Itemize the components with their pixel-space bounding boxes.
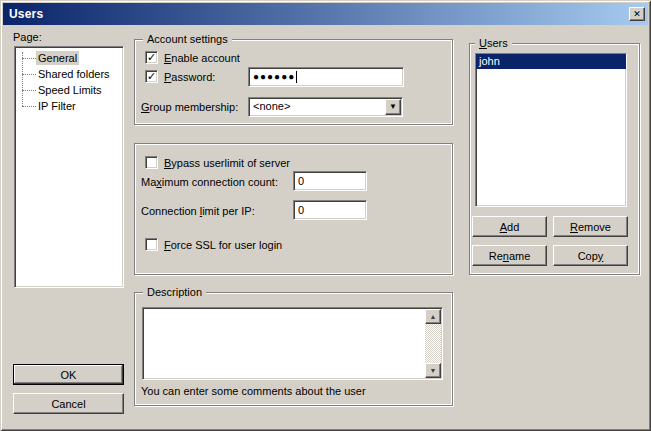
users-group-title: Users [475,37,512,50]
password-checkbox[interactable]: ✓ Password: [145,70,215,83]
add-button-label: Add [500,221,520,233]
chevron-down-icon: ▼ [389,103,397,111]
page-label: Page: [13,31,42,43]
description-title: Description [143,286,206,299]
copy-button[interactable]: Copy [553,245,628,266]
arrow-up-icon: ▲ [430,313,437,320]
arrow-down-icon: ▼ [430,367,437,374]
tree-item-label: IP Filter [36,99,78,113]
checkbox-box[interactable]: ✓ [145,238,158,251]
account-settings-title: Account settings [143,33,232,46]
tree-dash-icon [22,90,36,91]
remove-button[interactable]: Remove [553,216,628,237]
password-masked-value: ●●●●●● [253,71,295,83]
checkmark-icon: ✓ [147,52,156,63]
tree-item-shared-folders[interactable]: Shared folders [17,66,121,82]
tree-item-label: Speed Limits [36,83,104,97]
close-button[interactable]: ✕ [629,7,645,21]
password-label: Password: [164,71,215,83]
scroll-up-button[interactable]: ▲ [425,309,441,324]
tree-item-ip-filter[interactable]: IP Filter [17,98,121,114]
force-ssl-checkbox[interactable]: ✓ Force SSL for user login [145,238,282,251]
ok-button[interactable]: OK [13,364,124,385]
scroll-down-button[interactable]: ▼ [425,363,441,378]
tree-item-label: General [36,51,79,65]
group-membership-select[interactable]: <none> ▼ [248,97,403,117]
user-item-label: john [479,55,500,67]
tree-item-label: Shared folders [36,67,112,81]
enable-account-checkbox[interactable]: ✓ Enable account [145,51,240,64]
checkmark-icon: ✓ [147,71,156,82]
connection-per-ip-label: Connection limit per IP: [141,205,255,217]
tree-item-speed-limits[interactable]: Speed Limits [17,82,121,98]
max-connection-value: 0 [298,175,304,187]
description-scrollbar[interactable]: ▲ ▼ [425,309,441,378]
bypass-userlimit-checkbox[interactable]: ✓ Bypass userlimit of server [145,156,290,169]
group-membership-label: Group membership: [141,101,238,113]
checkbox-box[interactable]: ✓ [145,70,158,83]
bypass-userlimit-label: Bypass userlimit of server [164,157,290,169]
tree-dash-icon [22,106,36,107]
password-input[interactable]: ●●●●●● [248,67,404,87]
tree-item-general[interactable]: General [17,50,121,66]
title-bar[interactable]: Users [3,3,648,25]
tree-dash-icon [22,74,36,75]
cancel-button-label: Cancel [51,398,85,410]
users-dialog: Users ✕ Page: General Shared folders Spe… [0,0,651,431]
tree-dash-icon [22,58,36,59]
remove-button-label: Remove [570,221,611,233]
description-hint: You can enter some comments about the us… [141,385,366,397]
page-tree[interactable]: General Shared folders Speed Limits IP F… [14,46,124,288]
ok-button-label: OK [61,369,77,381]
rename-button[interactable]: Rename [472,245,547,266]
enable-account-label: Enable account [164,52,240,64]
connection-per-ip-value: 0 [298,204,304,216]
window-title: Users [3,7,43,21]
add-button[interactable]: Add [472,216,547,237]
user-list-item-john[interactable]: john [476,54,626,69]
text-caret [296,71,297,83]
force-ssl-label: Force SSL for user login [164,239,282,251]
copy-button-label: Copy [578,250,604,262]
users-list[interactable]: john [475,53,627,207]
cancel-button[interactable]: Cancel [13,393,124,414]
description-textarea[interactable]: ▲ ▼ [142,307,443,380]
checkbox-box[interactable]: ✓ [145,156,158,169]
max-connection-input[interactable]: 0 [293,171,367,191]
group-membership-value: <none> [253,100,290,112]
max-connection-label: Maximum connection count: [141,176,278,188]
connection-per-ip-input[interactable]: 0 [293,200,367,220]
close-icon: ✕ [633,10,641,19]
combo-dropdown-button[interactable]: ▼ [385,99,401,115]
checkbox-box[interactable]: ✓ [145,51,158,64]
rename-button-label: Rename [489,250,531,262]
